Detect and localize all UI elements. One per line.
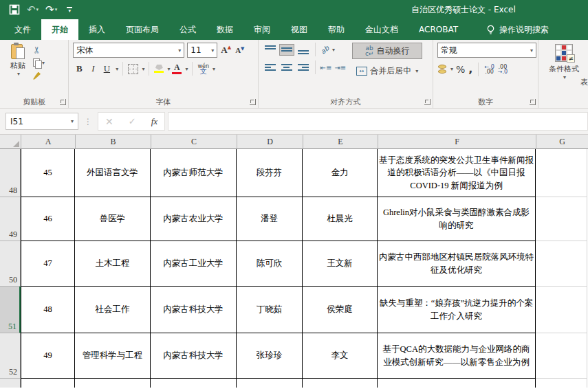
cell-e50[interactable]: 王文新 bbox=[303, 241, 378, 287]
orientation-button[interactable]: ab bbox=[320, 45, 329, 54]
tab-file[interactable]: 文件 bbox=[4, 19, 41, 40]
cell-g52[interactable] bbox=[536, 333, 587, 379]
select-all-button[interactable] bbox=[0, 135, 21, 148]
insert-function-icon[interactable]: fx bbox=[151, 116, 157, 127]
cell-e52[interactable]: 李文 bbox=[303, 333, 378, 379]
cell-a52[interactable]: 49 bbox=[21, 333, 75, 379]
tab-formulas[interactable]: 公式 bbox=[169, 19, 206, 40]
cell-f50[interactable]: 内蒙古中西部地区村镇民居院落风环境特征及优化研究 bbox=[378, 241, 536, 287]
decrease-indent-button[interactable]: ⇤≡ bbox=[320, 63, 333, 72]
column-header-a[interactable]: A bbox=[21, 135, 76, 148]
cell-c48[interactable]: 内蒙古师范大学 bbox=[151, 149, 237, 197]
font-size-combo[interactable]: 11 ▾ bbox=[187, 43, 217, 58]
cell-e51[interactable]: 侯荣庭 bbox=[303, 287, 378, 333]
cell-e53-partial[interactable] bbox=[303, 379, 378, 388]
cell-f48[interactable]: 基于态度系统的突发公共卫生事件新闻报道的积极话语分析——以《中国日报COVID-… bbox=[378, 149, 536, 197]
fill-color-button[interactable] bbox=[153, 64, 164, 74]
cell-b51[interactable]: 社会工作 bbox=[75, 287, 151, 333]
alignment-dialog-launcher[interactable] bbox=[424, 99, 431, 105]
cell-b49[interactable]: 兽医学 bbox=[75, 197, 151, 241]
underline-dropdown-icon[interactable]: ▾ bbox=[116, 66, 118, 72]
cell-b53-partial[interactable] bbox=[75, 379, 151, 388]
percent-style-button[interactable]: % bbox=[455, 63, 466, 76]
row-header-51-selected[interactable]: 51 bbox=[0, 287, 21, 333]
italic-button[interactable]: I bbox=[87, 63, 99, 75]
row-header-52[interactable]: 52 bbox=[0, 333, 21, 379]
cell-c49[interactable]: 内蒙古农业大学 bbox=[151, 197, 237, 241]
cancel-entry-icon[interactable]: ✕ bbox=[105, 116, 113, 127]
cell-e49[interactable]: 杜晨光 bbox=[303, 197, 378, 241]
merge-center-button[interactable]: ↔ 合并后居中 ▾ bbox=[352, 63, 422, 79]
cell-c51[interactable]: 内蒙古科技大学 bbox=[151, 287, 237, 333]
tab-wps-docs[interactable]: 金山文档 bbox=[355, 19, 409, 40]
formula-bar-grip[interactable]: ⋮ bbox=[84, 117, 92, 126]
customize-quick-access-button[interactable]: ▾ bbox=[65, 2, 74, 17]
underline-button[interactable]: U bbox=[100, 63, 113, 75]
cell-f53-partial[interactable] bbox=[378, 379, 536, 388]
column-header-f[interactable]: F bbox=[378, 135, 536, 148]
row-header-50[interactable]: 50 bbox=[0, 241, 21, 287]
cut-button[interactable]: ✂ bbox=[33, 44, 45, 55]
column-header-g[interactable]: G bbox=[536, 135, 588, 148]
tab-help[interactable]: 帮助 bbox=[318, 19, 355, 40]
cell-f52[interactable]: 基于QCA的大数据能力与企业网络的商业模式创新研究——以新零售企业为例 bbox=[378, 333, 536, 379]
align-right-button[interactable] bbox=[296, 62, 311, 74]
font-color-dropdown-icon[interactable]: ▾ bbox=[185, 66, 188, 72]
cell-g53-partial[interactable] bbox=[536, 379, 587, 388]
column-header-d[interactable]: D bbox=[237, 135, 303, 148]
number-dialog-launcher[interactable] bbox=[530, 99, 536, 105]
cell-d49[interactable]: 潘登 bbox=[237, 197, 303, 241]
clipboard-dialog-launcher[interactable] bbox=[60, 99, 66, 105]
format-as-table-partial-label[interactable]: 表 bbox=[580, 77, 588, 87]
cell-b50[interactable]: 土木工程 bbox=[75, 241, 151, 287]
borders-dropdown-icon[interactable]: ▾ bbox=[142, 66, 144, 72]
cell-a53-partial[interactable] bbox=[21, 379, 75, 388]
column-header-c[interactable]: C bbox=[151, 135, 237, 148]
redo-dropdown-icon[interactable]: ▾ bbox=[55, 7, 58, 12]
cell-a51[interactable]: 48 bbox=[21, 287, 75, 333]
tell-me-search[interactable]: 操作说明搜索 bbox=[486, 19, 549, 40]
cell-a48[interactable]: 45 bbox=[21, 149, 75, 197]
font-name-combo[interactable]: 宋体 ▾ bbox=[73, 43, 184, 58]
tab-home[interactable]: 开始 bbox=[41, 19, 78, 40]
decrease-decimal-button[interactable]: .00→.0 bbox=[497, 64, 508, 75]
increase-indent-button[interactable]: ⇥≡ bbox=[334, 63, 347, 72]
cell-g51[interactable] bbox=[536, 287, 587, 333]
save-button[interactable] bbox=[7, 2, 22, 17]
tab-insert[interactable]: 插入 bbox=[78, 19, 116, 40]
cell-c53-partial[interactable] bbox=[151, 379, 237, 388]
accounting-dropdown-icon[interactable]: ▾ bbox=[450, 66, 453, 72]
cell-a50[interactable]: 47 bbox=[21, 241, 75, 287]
decrease-font-button[interactable]: A▼ bbox=[235, 45, 245, 55]
cell-a49[interactable]: 46 bbox=[21, 197, 75, 241]
name-box[interactable]: I51 ▾ bbox=[6, 113, 78, 130]
cell-e48[interactable]: 金力 bbox=[303, 149, 378, 197]
font-dialog-launcher[interactable] bbox=[250, 99, 256, 105]
tab-acrobat[interactable]: ACROBAT bbox=[409, 19, 468, 40]
redo-button[interactable]: ↷ ▾ bbox=[43, 2, 59, 17]
cell-d53-partial[interactable] bbox=[237, 379, 303, 388]
cell-d48[interactable]: 段芬芬 bbox=[237, 149, 303, 197]
cell-b48[interactable]: 外国语言文学 bbox=[75, 149, 151, 197]
bold-button[interactable]: B bbox=[73, 63, 85, 75]
conditional-formatting-button[interactable]: ≠ 条件格式 ▾ bbox=[543, 43, 585, 80]
align-middle-button[interactable] bbox=[279, 44, 294, 56]
align-left-button[interactable] bbox=[263, 62, 278, 74]
column-header-e[interactable]: E bbox=[303, 135, 378, 148]
increase-font-button[interactable]: A▲ bbox=[220, 44, 232, 56]
cell-g49[interactable] bbox=[536, 197, 587, 241]
phonetic-dropdown-icon[interactable]: ▾ bbox=[213, 66, 215, 72]
column-header-b[interactable]: B bbox=[76, 135, 151, 148]
paste-button[interactable]: 粘贴 ▾ bbox=[4, 43, 32, 77]
number-format-combo[interactable]: 常规 ▾ bbox=[437, 43, 536, 58]
phonetic-guide-button[interactable]: wén 文 bbox=[197, 63, 210, 74]
tab-page-layout[interactable]: 页面布局 bbox=[116, 19, 169, 40]
cell-d52[interactable]: 张珍珍 bbox=[237, 333, 303, 379]
cell-d51[interactable]: 丁晓茹 bbox=[237, 287, 303, 333]
tab-view[interactable]: 视图 bbox=[281, 19, 318, 40]
font-color-button[interactable]: A bbox=[171, 63, 182, 75]
merge-dropdown-icon[interactable]: ▾ bbox=[415, 68, 418, 74]
increase-decimal-button[interactable]: ←.0.00 bbox=[483, 64, 494, 75]
accounting-format-button[interactable] bbox=[437, 64, 447, 74]
cell-g48[interactable] bbox=[536, 149, 587, 197]
